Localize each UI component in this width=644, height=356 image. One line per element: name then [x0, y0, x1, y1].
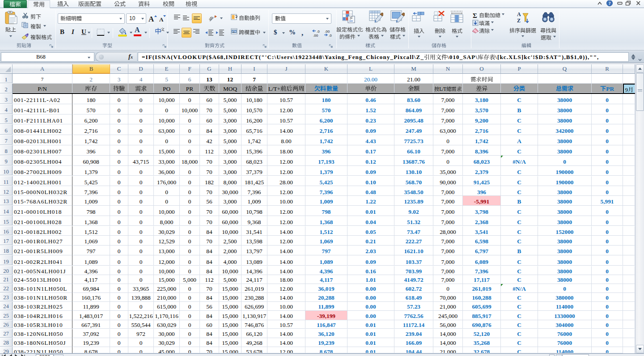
svg-text:.00: .00: [313, 34, 318, 38]
svg-text:A: A: [159, 16, 164, 23]
svg-text:.0: .0: [329, 34, 332, 38]
svg-text:Z: Z: [517, 17, 521, 24]
svg-text:A: A: [517, 11, 521, 17]
svg-text:ab: ab: [208, 15, 214, 21]
svg-text:A: A: [148, 15, 154, 23]
svg-text:?: ?: [609, 1, 611, 6]
